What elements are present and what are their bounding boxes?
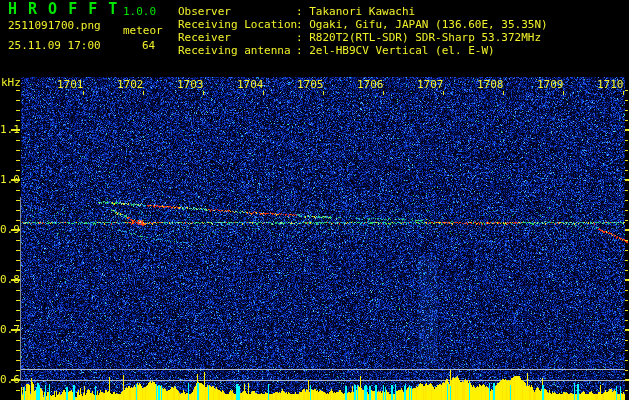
time-tick-label: 1703 (177, 79, 204, 90)
info-label: Observer (178, 5, 296, 18)
freq-tick-label: 1.0 (0, 174, 19, 185)
time-tick-label: 1705 (297, 79, 324, 90)
info-row: Receiver: R820T2(RTL-SDR) SDR-Sharp 53.3… (178, 31, 548, 44)
info-row: Observer: Takanori Kawachi (178, 5, 548, 18)
info-colon: : (296, 44, 309, 57)
info-row: Receiving antenna: 2el-HB9CV Vertical (e… (178, 44, 548, 57)
output-filename: 2511091700.png (8, 20, 101, 32)
app-title: H R O F F T (8, 2, 118, 17)
freq-tick-label: 0.8 (0, 274, 19, 285)
freq-tick-label: 0.7 (0, 324, 19, 335)
info-colon: : (296, 5, 309, 18)
freq-tick-label: 0.9 (0, 224, 19, 235)
time-tick-label: 1704 (237, 79, 264, 90)
spectrogram-canvas (0, 0, 629, 400)
info-value: Ogaki, Gifu, JAPAN (136.60E, 35.35N) (309, 18, 547, 31)
time-tick-label: 1701 (57, 79, 84, 90)
info-row: Receiving Location: Ogaki, Gifu, JAPAN (… (178, 18, 548, 31)
info-value: 2el-HB9CV Vertical (el. E-W) (309, 44, 494, 57)
info-label: Receiving Location (178, 18, 296, 31)
hrofft-output-screen: H R O F F T 1.0.0 2511091700.png meteor … (0, 0, 629, 400)
time-tick-label: 1708 (477, 79, 504, 90)
info-value: Takanori Kawachi (309, 5, 415, 18)
info-value: R820T2(RTL-SDR) SDR-Sharp 53.372MHz (309, 31, 541, 44)
info-colon: : (296, 31, 309, 44)
station-info-table: Observer: Takanori Kawachi Receiving Loc… (178, 5, 548, 57)
time-tick-label: 1710 (597, 79, 624, 90)
observation-mode: meteor (123, 25, 163, 37)
info-label: Receiver (178, 31, 296, 44)
info-label: Receiving antenna (178, 44, 296, 57)
app-version: 1.0.0 (123, 5, 156, 18)
freq-tick-label: 1.1 (0, 124, 19, 135)
time-tick-label: 1709 (537, 79, 564, 90)
freq-tick-label: 0.6 (0, 374, 19, 385)
info-colon: : (296, 18, 309, 31)
observation-datetime: 25.11.09 17:00 (8, 40, 101, 52)
time-tick-label: 1702 (117, 79, 144, 90)
time-tick-label: 1706 (357, 79, 384, 90)
time-tick-label: 1707 (417, 79, 444, 90)
y-axis-unit-label: kHz (1, 76, 21, 89)
echo-count: 64 (142, 40, 155, 52)
